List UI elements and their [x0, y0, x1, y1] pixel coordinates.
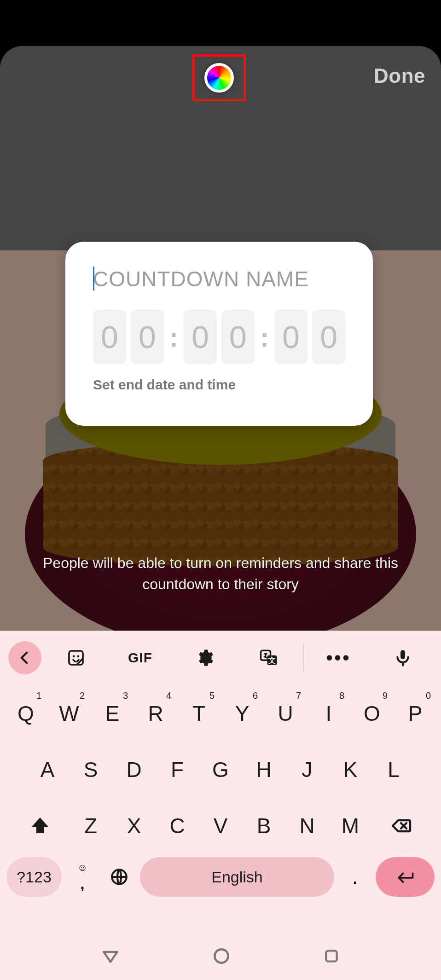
nav-recents-icon — [322, 947, 341, 965]
gear-icon — [195, 648, 214, 667]
key-hint: 1 — [36, 690, 41, 701]
countdown-timer[interactable]: 0 0 : 0 0 : 0 0 — [93, 310, 345, 364]
timer-digit: 0 — [131, 310, 164, 364]
keyboard-row-2: ASDFGHJKL — [4, 745, 437, 794]
key-hint: 7 — [296, 690, 301, 701]
timer-digit: 0 — [221, 310, 255, 364]
keyboard-row-1: Q1W2E3R4T5Y6U7I8O9P0 — [4, 689, 437, 738]
shift-key[interactable] — [12, 801, 68, 851]
key-hint: 6 — [253, 690, 258, 701]
key-s[interactable]: S — [70, 745, 111, 794]
nav-recents-button[interactable] — [322, 947, 341, 967]
keyboard-row-3: ZXCVBNM — [4, 801, 437, 851]
done-button[interactable]: Done — [374, 64, 425, 87]
mic-icon — [394, 649, 412, 667]
text-cursor — [93, 267, 94, 290]
nav-back-button[interactable] — [100, 946, 121, 968]
mic-button[interactable] — [373, 639, 433, 676]
comma-label: , — [81, 876, 85, 893]
backspace-icon — [390, 815, 412, 837]
key-u[interactable]: U7 — [265, 689, 306, 738]
translate-button[interactable]: 文 — [239, 639, 299, 676]
emoji-key[interactable]: ☺ , — [66, 862, 99, 893]
svg-point-2 — [77, 655, 79, 657]
period-key[interactable]: . — [339, 865, 371, 888]
soft-keyboard: GIF 文 ••• Q1W2E3R4T5Y6U7I8O9P0 ASDFGHJKL… — [0, 631, 441, 980]
globe-icon — [110, 867, 129, 887]
settings-button[interactable] — [174, 639, 234, 676]
key-t[interactable]: T5 — [179, 689, 219, 738]
sticker-icon — [67, 649, 85, 667]
svg-rect-6 — [400, 650, 405, 659]
tutorial-highlight — [192, 54, 246, 101]
toolbar-divider — [303, 644, 304, 672]
language-key[interactable] — [103, 867, 135, 887]
key-m[interactable]: M — [330, 801, 371, 851]
key-a[interactable]: A — [27, 745, 68, 794]
key-l[interactable]: L — [373, 745, 414, 794]
countdown-name-input[interactable] — [93, 267, 345, 291]
countdown-sticker[interactable]: 0 0 : 0 0 : 0 0 Set end date and time — [65, 242, 373, 426]
key-hint: 0 — [426, 690, 431, 701]
svg-text:文: 文 — [268, 656, 276, 664]
keyboard-toolbar: GIF 文 ••• — [0, 631, 441, 685]
key-k[interactable]: K — [330, 745, 371, 794]
dots-icon: ••• — [326, 648, 351, 668]
key-c[interactable]: C — [157, 801, 197, 851]
key-p[interactable]: P0 — [395, 689, 435, 738]
key-w[interactable]: W2 — [49, 689, 89, 738]
enter-key[interactable] — [376, 857, 435, 897]
system-navbar — [0, 934, 441, 980]
svg-rect-9 — [326, 951, 337, 961]
svg-rect-0 — [69, 651, 83, 665]
svg-point-8 — [215, 949, 228, 963]
gif-button[interactable]: GIF — [110, 639, 170, 676]
nav-home-button[interactable] — [211, 946, 232, 968]
nav-back-icon — [100, 946, 121, 966]
key-z[interactable]: Z — [70, 801, 111, 851]
timer-colon: : — [259, 322, 270, 353]
translate-icon: 文 — [259, 648, 279, 667]
key-n[interactable]: N — [287, 801, 327, 851]
key-hint: 4 — [166, 690, 171, 701]
key-r[interactable]: R4 — [135, 689, 176, 738]
keyboard-back-button[interactable] — [8, 641, 41, 674]
timer-digit: 0 — [274, 310, 308, 364]
key-x[interactable]: X — [114, 801, 154, 851]
keyboard-row-4: ?123 ☺ , English . — [4, 857, 437, 897]
backspace-key[interactable] — [373, 801, 429, 851]
sticker-button[interactable] — [46, 639, 106, 676]
nav-home-icon — [211, 946, 232, 966]
key-hint: 5 — [209, 690, 215, 701]
key-o[interactable]: O9 — [352, 689, 392, 738]
shift-icon — [29, 815, 51, 837]
enter-icon — [395, 867, 415, 887]
key-i[interactable]: I8 — [308, 689, 349, 738]
more-button[interactable]: ••• — [309, 639, 369, 676]
spacebar-key[interactable]: English — [140, 857, 334, 897]
key-hint: 9 — [383, 690, 388, 701]
key-g[interactable]: G — [200, 745, 241, 794]
svg-point-1 — [72, 655, 75, 657]
color-picker-icon[interactable] — [204, 63, 234, 93]
gif-label: GIF — [128, 650, 152, 666]
symbols-key[interactable]: ?123 — [6, 857, 62, 897]
timer-digit: 0 — [312, 310, 345, 364]
key-d[interactable]: D — [114, 745, 154, 794]
key-y[interactable]: Y6 — [222, 689, 262, 738]
key-b[interactable]: B — [244, 801, 284, 851]
countdown-hint: Set end date and time — [93, 377, 345, 393]
key-f[interactable]: F — [157, 745, 197, 794]
key-e[interactable]: E3 — [92, 689, 133, 738]
key-q[interactable]: Q1 — [6, 689, 46, 738]
key-h[interactable]: H — [244, 745, 284, 794]
timer-digit: 0 — [184, 310, 217, 364]
key-hint: 3 — [123, 690, 128, 701]
key-j[interactable]: J — [287, 745, 327, 794]
key-hint: 2 — [80, 690, 85, 701]
key-v[interactable]: V — [200, 801, 241, 851]
chevron-left-icon — [17, 650, 33, 666]
key-hint: 8 — [339, 690, 344, 701]
timer-colon: : — [168, 322, 179, 353]
smiley-icon: ☺ — [77, 862, 87, 874]
